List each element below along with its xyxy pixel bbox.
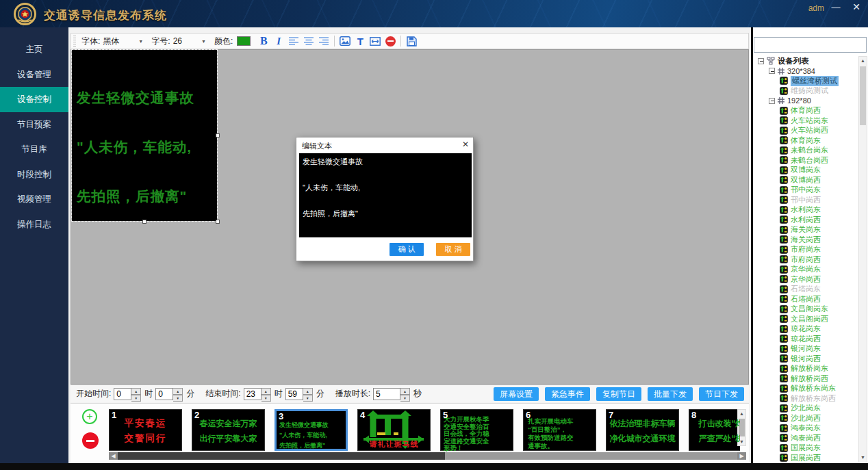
device-item[interactable]: 火车站岗西 [754,126,859,136]
tree-collapse-icon[interactable] [769,68,775,74]
device-item[interactable]: 螺丝湾桥测试 [754,76,859,86]
device-item[interactable]: 海关岗东 [754,225,859,235]
device-item[interactable]: 石塔岗西 [754,294,859,304]
insert-image-icon[interactable] [338,34,352,48]
start-hour-input[interactable] [114,388,131,400]
sidebar-item[interactable]: 时段控制 [0,162,68,187]
start-minute-input[interactable] [155,388,173,400]
device-item[interactable]: 银河岗东 [754,344,859,354]
sidebar-item[interactable]: 操作日志 [0,212,68,237]
close-button[interactable]: ✕ [850,1,863,14]
resize-handle-bottom[interactable] [142,220,146,224]
device-item[interactable]: 京华岗西 [754,274,859,285]
scrollbar-thumb[interactable] [860,66,866,125]
remove-program-button[interactable] [82,432,99,449]
spinner-up[interactable]: ▲ [131,388,141,395]
end-minute-input[interactable] [285,388,303,400]
dialog-textarea[interactable]: 发生轻微交通事故 "人未伤，车能动, 先拍照，后撤离" [299,153,472,237]
dialog-close-icon[interactable]: ✕ [462,140,469,149]
sidebar-item[interactable]: 主页 [0,37,68,62]
resize-handle-right[interactable] [216,133,220,138]
action-button[interactable]: 紧急事件 [545,387,590,401]
device-item[interactable]: 文昌阁岗东 [754,304,859,315]
sidebar-item[interactable]: 设备控制 [0,87,68,112]
delete-item-icon[interactable] [383,34,397,48]
device-item[interactable]: 鸿泰岗东 [754,423,859,434]
size-select[interactable]: 26 [173,36,182,46]
device-item[interactable]: 来鹤台岗东 [754,146,859,156]
device-item[interactable]: 双博岗西 [754,175,859,185]
device-item[interactable]: 邗中岗东 [754,185,859,196]
program-thumbnail[interactable]: 3发生轻微交通事故"人未伤，车能动,先拍照，后撤离" [275,409,348,451]
device-group[interactable]: 320*384 [754,66,859,77]
scroll-up-arrow[interactable]: ▲ [859,57,867,65]
device-tree-root[interactable]: 设备列表 [754,56,859,66]
device-item[interactable]: 解放桥岗西 [754,374,859,384]
device-item[interactable]: 水利岗西 [754,215,859,225]
led-preview-panel[interactable]: 发生轻微交通事故 "人未伤，车能动, 先拍照，后撤离" [72,50,217,221]
program-thumbnail[interactable]: 4请礼让斑马线 [357,409,431,451]
end-hour-input[interactable] [244,388,261,400]
device-item[interactable]: 解放桥东岗西 [754,393,859,404]
sidebar-item[interactable]: 设备管理 [0,62,68,88]
spinner-up[interactable]: ▲ [400,388,410,395]
device-item[interactable]: 解放桥岗东 [754,364,859,374]
device-item[interactable]: 水利岗东 [754,205,859,216]
spinner-up[interactable]: ▲ [261,388,271,395]
scrollbar-thumb[interactable] [118,452,445,460]
device-item[interactable]: 琼花岗西 [754,334,859,344]
device-item[interactable]: 火车站岗东 [754,116,859,126]
spinner-down[interactable]: ▼ [303,395,313,402]
font-select[interactable]: 黑体 [103,36,119,47]
device-item[interactable]: 国展岗东 [754,443,859,454]
device-item[interactable]: 琼花岗东 [754,324,859,335]
align-left-icon[interactable] [287,34,301,48]
spinner-up[interactable]: ▲ [303,388,313,395]
sidebar-item[interactable]: 节目库 [0,137,68,162]
bold-button[interactable]: B [257,34,270,48]
spinner-down[interactable]: ▼ [131,395,141,402]
program-thumbnail[interactable]: 6扎实开展电动车“百日整治”，有效预防道路交通事故。 [523,409,596,451]
spinner-down[interactable]: ▼ [400,395,410,402]
insert-text-icon[interactable]: T [353,34,367,48]
device-search-input[interactable] [754,37,867,53]
device-item[interactable]: 沙北岗西 [754,413,859,423]
program-thumbnail[interactable]: 5大力开展秋冬季交通安全整治百日会战，全力稳定道路交通安全形势！ [440,409,513,451]
minimize-button[interactable]: — [830,2,842,13]
color-swatch[interactable] [237,36,251,46]
toolbar-grip[interactable] [73,36,76,47]
device-item[interactable]: 海关岗西 [754,235,859,245]
device-item[interactable]: 来鹤台岗西 [754,155,859,166]
italic-button[interactable]: I [272,34,285,48]
action-button[interactable]: 批量下发 [648,387,693,401]
sidebar-item[interactable]: 节目预案 [0,112,68,138]
scroll-left-arrow[interactable]: ◀ [109,452,118,460]
resize-handle-corner[interactable] [216,220,220,224]
duration-input[interactable] [373,388,400,400]
device-item[interactable]: 市府岗东 [754,245,859,255]
action-button[interactable]: 复制节目 [596,387,641,401]
sidebar-item[interactable]: 视频管理 [0,187,68,212]
device-item[interactable]: 市府岗西 [754,254,859,265]
spinner-down[interactable]: ▼ [173,395,183,402]
size-dropdown-arrow[interactable]: ▼ [201,39,206,44]
tree-collapse-icon[interactable] [769,98,775,104]
program-strip-horizontal-scrollbar[interactable]: ◀ ▶ [109,452,746,460]
action-button[interactable]: 屏幕设置 [494,387,539,401]
spinner-down[interactable]: ▼ [261,395,271,402]
scroll-down-arrow[interactable]: ▼ [859,454,867,462]
device-tree-scrollbar[interactable]: ▲ ▼ [858,56,867,462]
align-right-icon[interactable] [317,34,331,48]
device-item[interactable]: 双博岗东 [754,166,859,176]
device-item[interactable]: 文昌阁岗西 [754,314,859,324]
align-center-icon[interactable] [302,34,316,48]
device-item[interactable]: 解放桥东岗东 [754,384,859,394]
add-program-button[interactable]: + [82,409,97,424]
program-thumbnail[interactable]: 2春运安全连万家出行平安靠大家 [192,409,265,451]
device-item[interactable]: 鸿泰岗西 [754,433,859,443]
device-item[interactable]: 石塔岗东 [754,285,859,295]
confirm-button[interactable]: 确 认 [390,243,424,256]
device-item[interactable]: 沙北岗东 [754,404,859,414]
device-item[interactable]: 银河岗西 [754,354,859,364]
device-group[interactable]: 192*80 [754,96,859,106]
